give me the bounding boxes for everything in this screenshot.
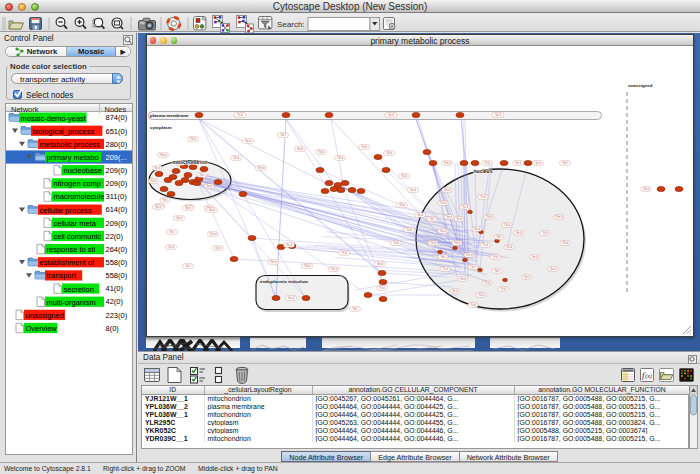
svg-text:cell communic: cell communic — [54, 232, 102, 241]
svg-text:Yrl-d: Yrl-d — [484, 281, 490, 285]
svg-text:22(0): 22(0) — [106, 232, 124, 241]
svg-text:Ydr-l: Ydr-l — [169, 230, 175, 234]
svg-text:Ypr d: Ypr d — [495, 113, 502, 117]
svg-text:209(0): 209(0) — [106, 179, 128, 188]
svg-text:Gn-d: Gn-d — [377, 262, 383, 266]
svg-text:209(...: 209(... — [106, 153, 127, 162]
svg-text:Ykl-d: Ykl-d — [318, 150, 325, 154]
svg-text:264(0): 264(0) — [106, 245, 128, 254]
svg-text:Ykl-d: Ykl-d — [506, 245, 513, 249]
svg-text:mosaic-demo-yeast: mosaic-demo-yeast — [21, 114, 87, 123]
svg-text:Ykl-d: Ykl-d — [304, 264, 311, 268]
svg-text:Yrl-d: Yrl-d — [361, 145, 367, 149]
svg-text:Ypr d: Ypr d — [176, 216, 183, 220]
svg-text:Gn-d: Gn-d — [417, 213, 423, 217]
svg-text:Yrl-d: Yrl-d — [237, 113, 243, 117]
svg-text:Ydr-l: Ydr-l — [494, 269, 500, 273]
svg-text:209(0): 209(0) — [106, 219, 128, 228]
svg-text:651(0): 651(0) — [106, 127, 128, 136]
svg-text:Gn-d: Gn-d — [532, 255, 538, 259]
svg-text:Ydr-l: Ydr-l — [280, 133, 286, 137]
svg-text:cellular meta: cellular meta — [54, 219, 97, 228]
svg-text:Ydr-l: Ydr-l — [470, 265, 476, 269]
svg-text:cytoplasm: cytoplasm — [150, 125, 172, 130]
svg-text:Ylm d: Ylm d — [270, 260, 277, 264]
svg-text:metabolic process: metabolic process — [40, 140, 101, 149]
svg-text:Ykl-d: Ykl-d — [440, 201, 447, 205]
svg-text:Ydr-l: Ydr-l — [429, 217, 435, 221]
svg-text:Ykl-d: Ykl-d — [454, 241, 461, 245]
svg-text:Search:: Search: — [277, 20, 305, 29]
svg-text:Gn-d: Gn-d — [444, 188, 450, 192]
svg-text:nucleus: nucleus — [474, 168, 493, 174]
svg-text:(x): (x) — [645, 373, 652, 380]
svg-text:transport: transport — [47, 271, 78, 280]
svg-text:Ykl-d: Ykl-d — [386, 151, 393, 155]
svg-text:Ykl-d: Ykl-d — [233, 156, 240, 160]
svg-text:Gn-d: Gn-d — [410, 188, 416, 192]
svg-text:8(0): 8(0) — [106, 324, 120, 333]
svg-text:Yrl-d: Yrl-d — [482, 243, 488, 247]
svg-text:Ylm d: Ylm d — [160, 153, 167, 157]
svg-text:Yrl-d: Yrl-d — [406, 228, 412, 232]
svg-text:Ypr d: Ypr d — [446, 215, 453, 219]
svg-text:Ypr d: Ypr d — [155, 205, 162, 209]
svg-text:Ylm d: Ylm d — [258, 166, 265, 170]
svg-text:Ypr d: Ypr d — [154, 166, 161, 170]
svg-text:280(0): 280(0) — [106, 140, 128, 149]
svg-text:Ydr-l: Ydr-l — [162, 198, 168, 202]
svg-text:Ypr d: Ypr d — [462, 205, 469, 209]
svg-text:Ypr d: Ypr d — [206, 184, 213, 188]
svg-text:311(0): 311(0) — [106, 192, 128, 201]
svg-text:mitochondrion: mitochondrion — [173, 159, 208, 165]
svg-text:Ykl-d: Ykl-d — [337, 156, 344, 160]
svg-text:Ypr d: Ypr d — [456, 217, 463, 221]
svg-text:Ykl-d: Ykl-d — [562, 241, 569, 245]
svg-text:Ykl-d: Ykl-d — [486, 215, 493, 219]
svg-text:42(0): 42(0) — [106, 297, 124, 306]
svg-text:nitrogen comp: nitrogen comp — [54, 179, 102, 188]
svg-text:Ylm d: Ylm d — [466, 253, 473, 257]
svg-text:plasma membrane: plasma membrane — [150, 113, 189, 118]
svg-text:Gn-d: Gn-d — [452, 289, 458, 293]
svg-text:Ydr-l: Ydr-l — [440, 255, 446, 259]
svg-text:establishment of: establishment of — [40, 258, 96, 267]
svg-text:Ydr-l: Ydr-l — [562, 161, 568, 165]
svg-text:nucleobase: nucleobase — [64, 166, 102, 175]
svg-text:Gn-d: Gn-d — [297, 147, 303, 151]
svg-text:Ydr-l: Ydr-l — [199, 173, 205, 177]
svg-text:Gn-d: Gn-d — [440, 229, 446, 233]
svg-text:Ylm d: Ylm d — [556, 215, 563, 219]
svg-text:Yrl-d: Yrl-d — [480, 195, 486, 199]
svg-text:41(0): 41(0) — [106, 284, 124, 293]
svg-text:multi-organism: multi-organism — [47, 298, 96, 307]
svg-text:Yrl-d: Yrl-d — [379, 286, 385, 290]
svg-text:biological_process: biological_process — [33, 127, 95, 136]
svg-text:Yrl-d: Yrl-d — [393, 241, 399, 245]
svg-text:Yrl-d: Yrl-d — [500, 287, 506, 291]
svg-text:Ydr-l: Ydr-l — [352, 307, 358, 311]
svg-text:Yrl-d: Yrl-d — [341, 251, 347, 255]
svg-text:Gn-d: Gn-d — [516, 231, 522, 235]
svg-text:Ykl-d: Ykl-d — [401, 174, 408, 178]
svg-text:primary metabo: primary metabo — [47, 153, 99, 162]
svg-text:Gn-d: Gn-d — [288, 296, 294, 300]
svg-text:Gn-d: Gn-d — [474, 227, 480, 231]
svg-text:unassigned: unassigned — [628, 83, 653, 88]
svg-text:Ypr d: Ypr d — [168, 245, 175, 249]
svg-text:Ykl-d: Ykl-d — [504, 223, 511, 227]
svg-text:558(0): 558(0) — [106, 271, 128, 280]
svg-text:macromolecule: macromolecule — [54, 192, 105, 201]
svg-text:Ykl-d: Ykl-d — [150, 179, 157, 183]
svg-text:Ypr d: Ypr d — [215, 246, 222, 250]
svg-text:Gn-d: Gn-d — [460, 277, 466, 281]
svg-text:Ykl-d: Ykl-d — [478, 293, 485, 297]
svg-text:Yrl-d: Yrl-d — [442, 267, 448, 271]
svg-text:Gn-d: Gn-d — [550, 267, 556, 271]
svg-text:Ylm d: Ylm d — [331, 267, 338, 271]
svg-text:223(0): 223(0) — [106, 311, 128, 320]
svg-text:Ydr-l: Ydr-l — [496, 235, 502, 239]
svg-text:Gn-d: Gn-d — [286, 243, 292, 247]
svg-text:secretion: secretion — [64, 285, 94, 294]
svg-text:Ylm d: Ylm d — [210, 232, 217, 236]
